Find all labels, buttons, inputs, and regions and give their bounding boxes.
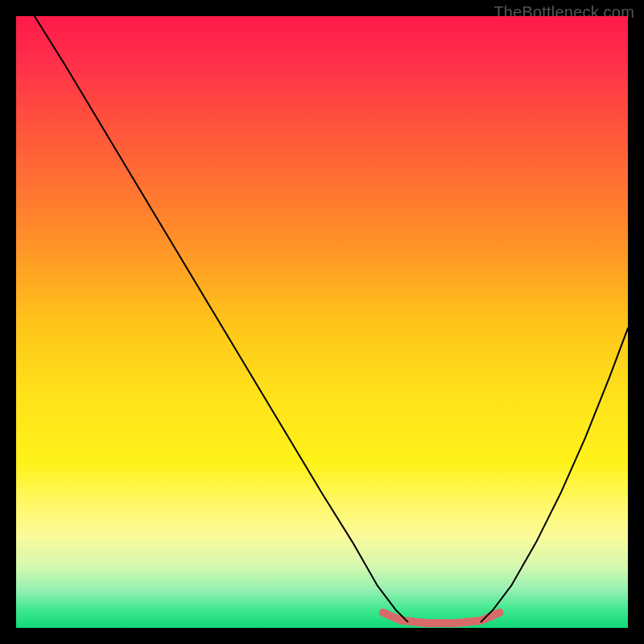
gradient-background [16, 16, 628, 628]
chart-svg [16, 16, 628, 628]
chart-container: TheBottleneck.com [0, 0, 644, 644]
plot-area [16, 16, 628, 628]
